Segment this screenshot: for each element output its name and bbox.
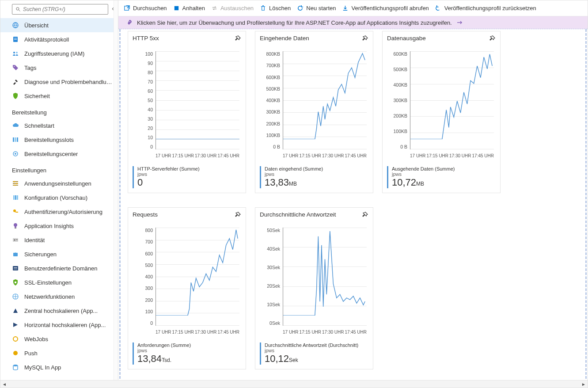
sidebar-item-settings-0[interactable]: Anwendungseinstellungen	[0, 176, 118, 190]
metric-tile-1: Eingehende Daten800KB700KB600KB500KB400K…	[255, 31, 373, 193]
metric-value: 10,72	[392, 177, 416, 188]
sidebar-item-settings-5[interactable]: Sicherungen	[0, 247, 118, 261]
sidebar-item-label: Aktivitätsprotokoll	[24, 36, 69, 43]
metric-tile-4: Durchschnittliche Antwortzeit50Sek40Sek3…	[255, 207, 373, 369]
chart-line	[156, 51, 239, 139]
sidebar-item-label: Benutzerdefinierte Domänen	[24, 265, 98, 272]
delete-button[interactable]: Löschen	[260, 5, 291, 11]
pin-icon	[234, 35, 241, 42]
stop-label: Anhalten	[182, 5, 205, 11]
sidebar-item-label: Zentral hochskalieren (App...	[24, 308, 98, 314]
toolbar: Durchsuchen Anhalten Austauschen Löschen…	[118, 0, 588, 16]
metric-tile-0: HTTP 5xx100908070605040302010017 UHR17:1…	[128, 31, 246, 193]
sidebar-item-main-0[interactable]: Übersicht	[0, 18, 118, 32]
metric-value: 10,12	[265, 353, 289, 364]
sidebar-item-settings-4[interactable]: Identität	[0, 233, 118, 247]
sidebar-scrollbar[interactable]	[114, 0, 118, 388]
app-insights-banner[interactable]: Klicken Sie hier, um zur Überwachung und…	[118, 16, 588, 29]
sidebar-item-settings-9[interactable]: Zentral hochskalieren (App...	[0, 304, 118, 318]
metric-tile-3: Requests800700600500400300200100017 UHR1…	[128, 207, 246, 369]
y-axis-labels: 8007006005004003002001000	[133, 228, 155, 326]
sidebar-item-main-1[interactable]: Aktivitätsprotokoll	[0, 32, 118, 46]
chart[interactable]: 100908070605040302010017 UHR17:15 UHR17:…	[133, 51, 241, 162]
globe-icon	[12, 22, 19, 29]
tile-title: Datenausgabe	[387, 35, 426, 42]
center-icon	[12, 150, 19, 157]
sidebar-item-settings-2[interactable]: Authentifizierung/Autorisierung	[0, 205, 118, 219]
metric-title: Durchschnittliche Antwortzeit (Durchschn…	[265, 342, 368, 348]
sidebar-item-label: Sicherheit	[24, 93, 50, 99]
config-icon	[12, 194, 19, 201]
pin-button[interactable]	[361, 211, 368, 220]
delete-label: Löschen	[269, 5, 291, 11]
ssl-icon	[12, 279, 19, 286]
getprofile-label: Veröffentlichungsprofil abrufen	[351, 5, 429, 11]
chart[interactable]: 50Sek40Sek30Sek20Sek10Sek0Sek17 UHR17:15…	[260, 228, 368, 338]
tools-icon	[12, 78, 19, 85]
y-axis-labels: 1009080706050403020100	[133, 51, 155, 149]
metric-resource: jpws	[137, 348, 241, 353]
pin-button[interactable]	[361, 35, 368, 43]
sidebar-item-settings-10[interactable]: Horizontal hochskalieren (App...	[0, 318, 118, 332]
sidebar-item-settings-8[interactable]: Netzwerkfunktionen	[0, 289, 118, 304]
backup-icon	[12, 251, 19, 258]
chart[interactable]: 800KB700KB600KB500KB400KB300KB200KB100KB…	[260, 51, 368, 162]
metric-tile-2: Datenausgabe600KB500KB400KB300KB200KB100…	[382, 31, 501, 193]
sidebar-item-settings-1[interactable]: Konfiguration (Vorschau)	[0, 190, 118, 205]
sliders-icon	[12, 180, 19, 187]
sidebar-item-settings-13[interactable]: MySQL In App	[0, 360, 118, 374]
chart-line	[410, 51, 494, 139]
nav-list: ÜbersichtAktivitätsprotokollZugriffssteu…	[0, 18, 118, 388]
sidebar-item-label: Application Insights	[24, 223, 74, 229]
stop-icon	[173, 5, 180, 11]
domains-icon	[12, 265, 19, 272]
sidebar-item-main-2[interactable]: Zugriffssteuerung (IAM)	[0, 46, 118, 61]
sidebar-item-deploy-0[interactable]: Schnellstart	[0, 118, 118, 133]
pin-button[interactable]	[489, 35, 496, 43]
sidebar-item-settings-7[interactable]: SSL-Einstellungen	[0, 275, 118, 289]
x-axis-labels: 17 UHR17:15 UHR17:30 UHR17:45 UHR	[156, 330, 239, 335]
chart[interactable]: 800700600500400300200100017 UHR17:15 UHR…	[133, 228, 241, 338]
pin-button[interactable]	[234, 211, 241, 220]
sidebar-item-label: Identität	[24, 237, 45, 243]
stop-button[interactable]: Anhalten	[173, 5, 205, 11]
sidebar-item-settings-11[interactable]: WebJobs	[0, 332, 118, 346]
sidebar-item-label: Diagnose und Problembehandlung	[24, 79, 113, 85]
browse-button[interactable]: Durchsuchen	[124, 5, 167, 11]
sidebar-item-label: Push	[24, 350, 38, 357]
chart[interactable]: 600KB500KB400KB300KB200KB100KB0 B17 UHR1…	[387, 51, 496, 162]
sidebar-item-deploy-2[interactable]: Bereitstellungscenter	[0, 147, 118, 161]
browse-label: Durchsuchen	[133, 5, 167, 11]
key-icon	[12, 208, 19, 215]
download-icon	[342, 5, 349, 11]
search-input[interactable]	[12, 4, 108, 15]
sidebar-item-main-4[interactable]: Diagnose und Problembehandlung	[0, 75, 118, 89]
reset-icon	[435, 5, 442, 11]
chart-line	[156, 228, 239, 316]
restart-button[interactable]: Neu starten	[297, 5, 336, 11]
metric-unit: MB	[289, 181, 297, 187]
pin-button[interactable]	[234, 35, 241, 43]
get-publish-profile-button[interactable]: Veröffentlichungsprofil abrufen	[342, 5, 429, 11]
metric-resource: jpws	[137, 171, 241, 177]
reset-publish-profile-button[interactable]: Veröffentlichungsprofil zurücksetzen	[435, 5, 536, 11]
banner-text: Klicken Sie hier, um zur Überwachung und…	[137, 19, 452, 26]
x-axis-labels: 17 UHR17:15 UHR17:30 UHR17:45 UHR	[283, 330, 367, 335]
delete-icon	[260, 5, 266, 11]
pin-icon	[489, 35, 496, 42]
bulb-icon	[12, 222, 19, 229]
tile-title: Requests	[133, 211, 158, 218]
sidebar-item-settings-3[interactable]: Application Insights	[0, 219, 118, 233]
sidebar-item-main-3[interactable]: Tags	[0, 61, 118, 75]
sidebar-item-settings-12[interactable]: Push	[0, 346, 118, 360]
sidebar-item-settings-6[interactable]: Benutzerdefinierte Domänen	[0, 261, 118, 275]
sidebar-item-deploy-1[interactable]: Bereitstellungsslots	[0, 133, 118, 147]
group-header-deploy: Bereitstellung	[0, 103, 118, 118]
sidebar-item-label: Schnellstart	[24, 122, 54, 129]
horizontal-scrollbar[interactable]: ◄►	[0, 380, 588, 388]
slots-icon	[12, 136, 19, 143]
sidebar-item-main-5[interactable]: Sicherheit	[0, 89, 118, 103]
chart-line	[283, 51, 367, 139]
metric-title: HTTP-Serverfehler (Summe)	[137, 166, 241, 171]
metrics-content: HTTP 5xx100908070605040302010017 UHR17:1…	[119, 29, 587, 387]
